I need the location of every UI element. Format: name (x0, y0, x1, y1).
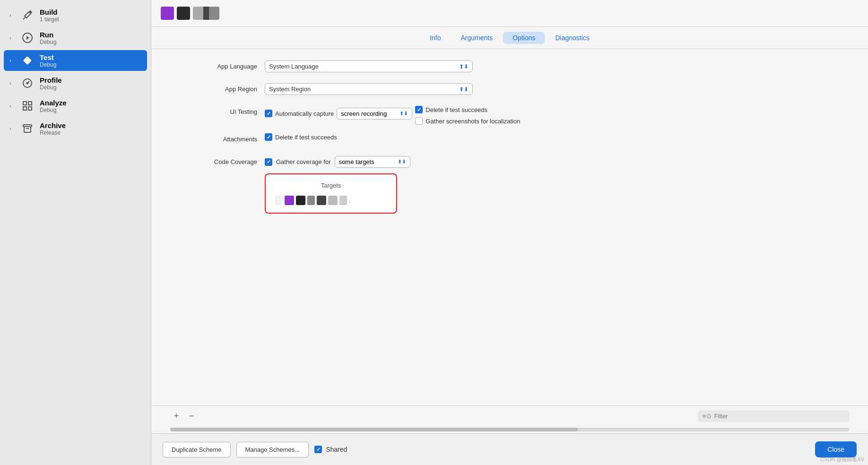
delete-if-test-wrap: ✓ Delete if test succeeds (415, 106, 520, 113)
delete-if-test-checkbox[interactable]: ✓ (415, 106, 423, 113)
target-swatch-dark (317, 196, 326, 205)
app-region-label: App Region (170, 83, 265, 93)
some-targets-select[interactable]: some targets ⬆⬇ (335, 156, 410, 168)
sidebar-item-build-text: Build 1 target (40, 8, 59, 23)
sidebar-item-test[interactable]: › Test Debug (4, 50, 147, 71)
tab-info[interactable]: Info (420, 32, 450, 44)
sidebar-item-profile-text: Profile Debug (40, 76, 62, 91)
app-region-row: App Region System Region ⬆⬇ (170, 83, 849, 97)
play-icon (20, 30, 35, 45)
add-target-button[interactable]: + (170, 410, 182, 422)
targets-panel-title: Targets (275, 182, 387, 189)
target-swatch-0 (275, 196, 283, 205)
sidebar-item-build-name: Build (40, 8, 59, 16)
ui-testing-row: UI Testing ✓ Automatically capture scree… (170, 106, 849, 125)
app-region-select[interactable]: System Region ⬆⬇ (265, 83, 473, 95)
manage-schemes-button[interactable]: Manage Schemes... (236, 442, 309, 457)
auto-capture-checkbox[interactable]: ✓ (265, 110, 272, 117)
chevron-right-icon: › (9, 12, 15, 18)
swatch-purple[interactable] (161, 7, 174, 20)
ui-testing-label: UI Testing (170, 106, 265, 115)
app-language-row: App Language System Language ⬆⬇ (170, 60, 849, 75)
duplicate-scheme-button[interactable]: Duplicate Scheme (163, 442, 231, 457)
sidebar-item-analyze-text: Analyze Debug (40, 99, 67, 113)
svg-rect-5 (23, 102, 26, 105)
tab-arguments[interactable]: Arguments (451, 32, 503, 44)
screen-recording-value: screen recording (341, 110, 387, 117)
attachments-control: ✓ Delete if test succeeds (265, 133, 849, 141)
target-swatch-purple (285, 196, 294, 205)
attachments-row: Attachments ✓ Delete if test succeeds (170, 133, 849, 147)
swatch-black[interactable] (177, 7, 190, 20)
shared-label: Shared (326, 446, 347, 453)
sidebar-item-test-sub: Debug (40, 61, 56, 68)
filter-input[interactable] (714, 413, 844, 420)
sidebar-item-test-text: Test Debug (40, 53, 56, 68)
main-container: › Build 1 target › (0, 0, 868, 465)
app-region-value: System Region (269, 86, 311, 93)
target-swatch-gray1 (307, 196, 315, 205)
svg-rect-9 (23, 125, 32, 127)
scrollbar-thumb (170, 428, 578, 431)
close-button[interactable]: Close (815, 441, 857, 457)
tab-diagnostics[interactable]: Diagnostics (546, 32, 599, 44)
filter-actions: + − (170, 410, 198, 422)
app-language-control: System Language ⬆⬇ (265, 60, 849, 72)
gather-screenshots-wrap: Gather screenshots for localization (415, 117, 520, 125)
sidebar-item-run-text: Run Debug (40, 31, 56, 45)
sidebar-item-build[interactable]: › Build 1 target (4, 5, 147, 26)
code-coverage-row: Code Coverage ✓ Gather coverage for some… (170, 156, 849, 214)
chevron-right-icon: › (9, 80, 15, 86)
swatch-multi[interactable] (193, 7, 219, 20)
target-swatch-more: . (349, 197, 351, 204)
sidebar-item-archive-text: Archive Release (40, 121, 66, 136)
sidebar-item-analyze[interactable]: › Analyze Debug (4, 95, 147, 116)
gather-coverage-checkbox[interactable]: ✓ (265, 158, 272, 166)
target-swatch-gray3 (339, 196, 347, 205)
targets-panel: Targets . (265, 173, 397, 214)
filter-bar: + − ≡⊙ (151, 405, 868, 426)
shared-checkbox[interactable]: ✓ (314, 446, 322, 453)
watermark: CSDN @猫病毒XV (820, 456, 864, 463)
app-language-select[interactable]: System Language ⬆⬇ (265, 60, 473, 72)
tabs-bar: Info Arguments Options Diagnostics (151, 27, 868, 49)
dropdown-chevron-icon: ⬆⬇ (399, 111, 408, 117)
code-coverage-label: Code Coverage (170, 156, 265, 165)
sidebar-item-profile[interactable]: › Profile Debug (4, 73, 147, 94)
scrollbar-area[interactable] (170, 428, 849, 431)
sidebar-item-archive[interactable]: › Archive Release (4, 118, 147, 139)
sidebar-item-analyze-name: Analyze (40, 99, 67, 107)
gather-screenshots-checkbox[interactable] (415, 117, 423, 125)
auto-capture-label: Automatically capture (275, 110, 334, 117)
sidebar: › Build 1 target › (0, 0, 151, 465)
sidebar-item-build-sub: 1 target (40, 16, 59, 23)
tab-options[interactable]: Options (503, 32, 545, 44)
bottom-toolbar: Duplicate Scheme Manage Schemes... ✓ Sha… (151, 433, 868, 465)
svg-marker-1 (26, 36, 29, 40)
remove-target-button[interactable]: − (185, 410, 198, 422)
screen-recording-select[interactable]: screen recording ⬆⬇ (337, 108, 412, 120)
dropdown-arrow-icon: ⬆⬇ (459, 86, 469, 93)
attachments-delete-label: Delete if test succeeds (275, 134, 337, 141)
attachments-delete-wrap: ✓ Delete if test succeeds (265, 133, 337, 141)
app-language-label: App Language (170, 60, 265, 70)
attachments-delete-checkbox[interactable]: ✓ (265, 133, 272, 141)
sidebar-item-run[interactable]: › Run Debug (4, 27, 147, 48)
sidebar-item-profile-sub: Debug (40, 84, 62, 91)
dropdown-chevron-icon: ⬆⬇ (398, 159, 406, 165)
target-swatch-gray2 (328, 196, 338, 205)
sidebar-item-run-sub: Debug (40, 39, 56, 45)
sidebar-item-archive-name: Archive (40, 121, 66, 129)
content-area: Info Arguments Options Diagnostics App L… (151, 0, 868, 465)
svg-rect-7 (23, 107, 26, 110)
grid-icon (20, 98, 35, 113)
chevron-right-icon: › (9, 58, 15, 63)
shared-wrap: ✓ Shared (314, 446, 347, 453)
ui-testing-control: ✓ Automatically capture screen recording… (265, 106, 849, 125)
some-targets-value: some targets (339, 158, 374, 165)
target-swatch-black (296, 196, 305, 205)
diamond-icon (20, 53, 35, 68)
app-region-control: System Region ⬆⬇ (265, 83, 849, 95)
sidebar-item-test-name: Test (40, 53, 56, 61)
dropdown-arrow-icon: ⬆⬇ (459, 63, 469, 70)
